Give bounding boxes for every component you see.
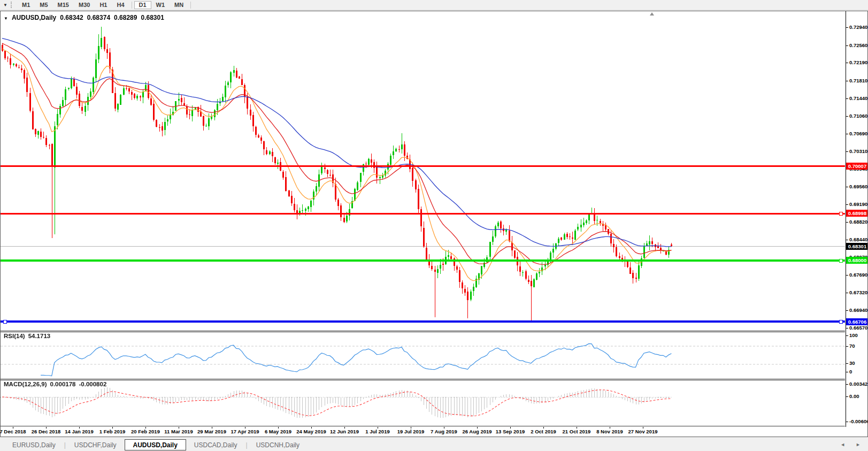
date-tick-label: 20 Feb 2019 xyxy=(131,429,160,434)
level-price-label: 0.68000 xyxy=(846,257,868,264)
macd-name: MACD(12,26,9) xyxy=(4,381,47,387)
chart-collapse-arrow-icon: ▼ xyxy=(4,16,8,21)
tab-usdcad-daily[interactable]: USDCAD,Daily xyxy=(186,440,245,450)
price-tick-label: 0.66570 xyxy=(849,325,867,331)
level-price-label: 0.68998 xyxy=(846,210,868,217)
rsi-name: RSI(14) xyxy=(4,333,25,339)
price-tick-mark xyxy=(846,63,848,63)
ohlc-close-value: 0.68301 xyxy=(141,14,164,21)
price-axis-border xyxy=(846,11,846,427)
price-tick-mark xyxy=(846,27,848,28)
ohlc-low-value: 0.68289 xyxy=(114,14,137,21)
chart-symbol-label: AUDUSD,Daily xyxy=(12,14,56,21)
price-tick-label: 0.70310 xyxy=(849,148,867,154)
chart-plot-area[interactable] xyxy=(1,11,845,427)
rsi-tick-label-mark xyxy=(846,372,848,372)
tabs-scroll-buttons: ◄ ► xyxy=(840,442,861,447)
price-tick-label: 0.68820 xyxy=(849,219,867,225)
rsi-tick-label-mark xyxy=(846,363,848,364)
tab-usdcnh-daily[interactable]: USDCNH,Daily xyxy=(248,440,308,450)
price-tick-mark xyxy=(846,222,848,223)
price-tick-label: 0.72560 xyxy=(849,42,867,48)
rsi-tick-label: 70 xyxy=(849,343,855,349)
chart-tabs-bar: EURUSD,Daily | USDCHF,Daily AUDUSD,Daily… xyxy=(0,439,868,451)
timeframe-button-m30[interactable]: M30 xyxy=(74,1,95,9)
macd-tick-label: 0.00 xyxy=(849,393,859,399)
price-tick-mark xyxy=(846,187,848,187)
tabs-scroll-left-button[interactable]: ◄ xyxy=(840,442,845,447)
tab-audusd-daily[interactable]: AUDUSD,Daily xyxy=(125,439,186,450)
price-tick-label: 0.70690 xyxy=(849,131,867,136)
dropdown-arrow-icon: ▼ xyxy=(3,3,7,7)
price-tick-mark xyxy=(846,328,848,328)
price-tick-mark xyxy=(846,116,848,117)
ohlc-open-value: 0.68342 xyxy=(60,14,83,21)
price-tick-label: 0.71810 xyxy=(849,78,867,83)
price-tick-label: 0.69560 xyxy=(849,184,867,189)
price-tick-label: 0.66940 xyxy=(849,307,867,313)
current-price-label: 0.68301 xyxy=(846,243,868,250)
macd-tick-label: -0.006069 xyxy=(849,418,868,424)
price-tick-label: 0.67690 xyxy=(849,272,867,278)
timeframe-button-d1[interactable]: D1 xyxy=(134,1,151,9)
price-tick-mark xyxy=(846,151,848,152)
price-tick-label: 0.72940 xyxy=(849,24,867,30)
date-tick-label: 6 May 2019 xyxy=(265,429,291,434)
macd-tick-label: 0.003421 xyxy=(849,381,868,387)
price-tick-mark xyxy=(846,45,848,46)
price-tick-mark xyxy=(846,275,848,276)
tabs-scroll-right-button[interactable]: ► xyxy=(856,442,861,447)
level-price-label: 0.70007 xyxy=(846,163,868,170)
toolbar-dropdown-button[interactable]: ▼ xyxy=(1,1,10,9)
rsi-value: 54.1713 xyxy=(28,333,51,339)
date-tick-label: 24 May 2019 xyxy=(296,429,326,434)
price-tick-label: 0.71440 xyxy=(849,95,867,101)
macd-main-value: 0.000178 xyxy=(50,381,76,387)
timeframe-button-w1[interactable]: W1 xyxy=(151,1,170,9)
timeframe-button-h1[interactable]: H1 xyxy=(95,1,112,9)
timeframe-button-h4[interactable]: H4 xyxy=(112,1,129,9)
tab-separator: | xyxy=(64,441,66,449)
price-tick-label: 0.69190 xyxy=(849,201,867,207)
price-tick-label: 0.67320 xyxy=(849,289,867,295)
timeframe-button-m15[interactable]: M15 xyxy=(53,1,74,9)
toolbar-gripper xyxy=(11,2,14,8)
price-tick-label: 0.71060 xyxy=(849,113,867,119)
toolbar-separator xyxy=(190,2,191,9)
price-tick-mark xyxy=(846,98,848,99)
date-tick-label: 29 Mar 2019 xyxy=(197,429,226,434)
chart-window: ▼AUDUSD,Daily0.683420.683740.682890.6830… xyxy=(0,11,868,437)
date-tick-label: 14 Jan 2019 xyxy=(65,429,93,434)
ohlc-high-value: 0.68374 xyxy=(87,14,110,21)
toolbar-separator xyxy=(132,2,132,9)
rsi-tick-label-mark xyxy=(846,335,848,336)
price-tick-mark xyxy=(846,81,848,81)
timeframe-button-m1[interactable]: M1 xyxy=(17,1,35,9)
mt4-application: ▼ M1 M5 M15 M30 H1 H4 D1 W1 MN ▼AUDUSD,D… xyxy=(0,0,868,451)
date-tick-label: 2 Oct 2019 xyxy=(531,429,556,434)
price-tick-mark xyxy=(846,293,848,293)
date-tick-label: 12 Jun 2019 xyxy=(330,429,359,434)
price-tick-mark xyxy=(846,204,848,205)
date-tick-label: 17 Apr 2019 xyxy=(231,429,259,434)
date-tick-label: 19 Jul 2019 xyxy=(397,429,425,434)
date-tick-label: 27 Nov 2019 xyxy=(628,429,658,434)
price-tick-label: 0.68440 xyxy=(849,236,867,242)
macd-signal-value: -0.000802 xyxy=(79,381,107,387)
date-tick-label: 13 Sep 2019 xyxy=(496,429,525,434)
tab-eurusd-daily[interactable]: EURUSD,Daily xyxy=(4,440,64,450)
date-tick-label: 11 Mar 2019 xyxy=(164,429,193,434)
chart-title: ▼AUDUSD,Daily0.683420.683740.682890.6830… xyxy=(4,14,164,21)
timeframe-button-m5[interactable]: M5 xyxy=(35,1,52,9)
tab-usdchf-daily[interactable]: USDCHF,Daily xyxy=(66,440,125,450)
macd-tick-label-mark xyxy=(846,384,848,385)
timeframe-button-mn[interactable]: MN xyxy=(170,1,188,9)
date-tick-label: 21 Oct 2019 xyxy=(563,429,591,434)
date-tick-label: 1 Feb 2019 xyxy=(99,429,126,434)
rsi-tick-label: 0 xyxy=(849,369,852,374)
date-tick-label: 26 Dec 2018 xyxy=(32,429,60,434)
date-tick-label: 7 Aug 2019 xyxy=(431,429,457,434)
date-tick-label: 8 Nov 2019 xyxy=(596,429,623,434)
price-tick-mark xyxy=(846,134,848,134)
rsi-tick-label: 30 xyxy=(849,360,855,366)
